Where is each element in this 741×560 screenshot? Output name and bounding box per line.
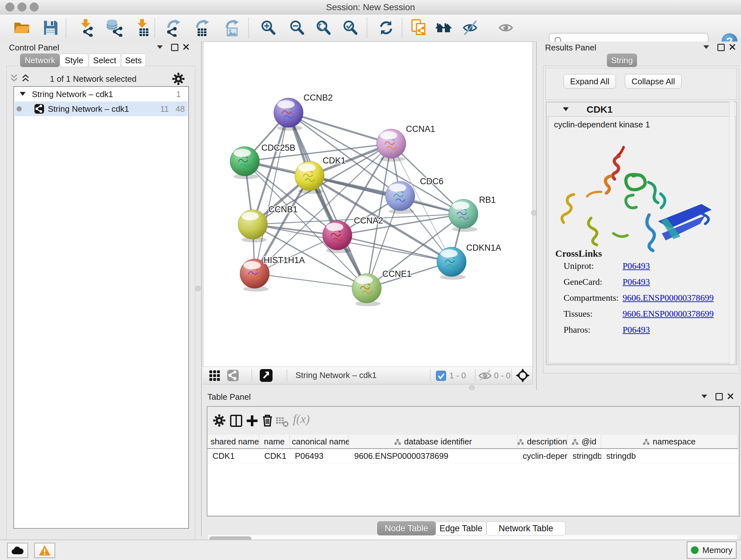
- string-share-icon[interactable]: [227, 370, 239, 381]
- table-cell[interactable]: cyclin-dependent ...: [518, 449, 567, 463]
- export-table-icon[interactable]: [194, 19, 212, 37]
- table-cell[interactable]: stringdb: [601, 449, 738, 463]
- tab-style[interactable]: Style: [60, 54, 88, 67]
- column-header-label: shared name: [211, 437, 259, 447]
- network-edge[interactable]: [255, 113, 288, 273]
- column-header-database-identifier[interactable]: database identifier: [349, 435, 518, 448]
- cloud-status-button[interactable]: [7, 543, 28, 558]
- network-edge[interactable]: [288, 113, 391, 144]
- panel-close-icon[interactable]: [183, 44, 190, 51]
- selected-checkbox-icon[interactable]: [436, 371, 446, 381]
- tab-network-table[interactable]: Network Table: [486, 521, 565, 536]
- import-network-from-database-icon[interactable]: [105, 19, 123, 37]
- horizontal-splitter-handle[interactable]: [469, 385, 475, 390]
- column-header-namespace[interactable]: namespace: [601, 435, 738, 448]
- network-collection-row[interactable]: String Network – cdk1 1: [14, 87, 188, 101]
- left-splitter-handle[interactable]: [195, 286, 201, 291]
- tab-sets[interactable]: Sets: [121, 54, 146, 67]
- network-graph[interactable]: CCNB2CCNA1CDC25BCDK1CDC6RB1CCNB1CCNA2CDK…: [203, 42, 533, 367]
- network-status-dot-icon: [17, 106, 22, 111]
- column-header-@id[interactable]: @id: [567, 435, 601, 448]
- gene-disclosure-icon[interactable]: [563, 107, 569, 111]
- column-header-canonical-name[interactable]: canonical name: [290, 435, 349, 448]
- import-table-icon[interactable]: [134, 19, 151, 37]
- save-session-icon[interactable]: [42, 19, 59, 37]
- duplicate-network-icon[interactable]: [410, 19, 428, 37]
- hide-selected-eye-slash-icon[interactable]: [461, 19, 479, 37]
- first-neighbors-houses-icon[interactable]: [434, 19, 453, 37]
- column-header-description[interactable]: description: [518, 435, 567, 448]
- panel-float-icon[interactable]: [171, 44, 179, 51]
- warning-status-button[interactable]: [34, 543, 55, 558]
- open-session-icon[interactable]: [13, 19, 30, 37]
- network-row-selected[interactable]: String Network – cdk1 11 48: [15, 102, 188, 116]
- gene-section: CDK1 cyclin-dependent kinase 1: [546, 102, 737, 365]
- network-node-label: CDC25B: [261, 143, 295, 152]
- crosslink-link[interactable]: P06493: [623, 277, 650, 287]
- zoom-out-icon[interactable]: [288, 19, 306, 37]
- crosslink-row: Uniprot:P06493: [563, 261, 730, 271]
- panel-menu-caret-icon[interactable]: [701, 395, 707, 398]
- tab-edge-table[interactable]: Edge Table: [435, 521, 486, 536]
- expand-all-button[interactable]: Expand All: [563, 74, 616, 89]
- collection-count: 1: [176, 89, 181, 99]
- column-header-shared-name[interactable]: shared name: [207, 435, 259, 448]
- delete-column-trash-icon[interactable]: [261, 414, 274, 427]
- add-column-icon[interactable]: [246, 415, 259, 427]
- panel-close-icon[interactable]: [727, 393, 734, 400]
- collapse-all-button[interactable]: Collapse All: [625, 74, 682, 89]
- import-network-icon[interactable]: [77, 19, 95, 37]
- right-splitter-handle[interactable]: [531, 210, 536, 215]
- hidden-eye-slash-icon[interactable]: [478, 370, 492, 381]
- tab-select[interactable]: Select: [88, 54, 121, 67]
- tab-string[interactable]: String: [607, 54, 637, 67]
- table-row[interactable]: CDK1CDK1P064939606.ENSP00000378699cyclin…: [207, 449, 738, 463]
- tab-node-table[interactable]: Node Table: [377, 521, 435, 536]
- panel-float-icon[interactable]: [718, 44, 725, 51]
- table-cell[interactable]: CDK1: [207, 449, 259, 463]
- table-cell[interactable]: 9606.ENSP00000378699: [349, 449, 518, 463]
- collection-disclosure-icon[interactable]: [20, 92, 25, 96]
- zoom-fit-icon[interactable]: [314, 19, 332, 37]
- panel-float-icon[interactable]: [716, 393, 723, 400]
- memory-button[interactable]: Memory: [687, 542, 737, 559]
- fx-function-icon[interactable]: f(x): [293, 412, 310, 426]
- tab-network[interactable]: Network: [20, 54, 60, 67]
- refresh-layout-icon[interactable]: [377, 19, 395, 37]
- gear-icon[interactable]: [172, 73, 185, 85]
- zoom-selected-icon[interactable]: [341, 19, 359, 37]
- crosslink-link[interactable]: 9606.ENSP00000378699: [623, 309, 714, 319]
- panel-close-icon[interactable]: [729, 44, 736, 51]
- show-hidden-eye-icon[interactable]: [497, 19, 515, 37]
- table-panel-title: Table Panel: [207, 392, 251, 402]
- zoom-in-icon[interactable]: [259, 19, 277, 37]
- crosslink-link[interactable]: 9606.ENSP00000378699: [623, 293, 714, 303]
- fit-target-icon[interactable]: [516, 368, 530, 382]
- network-canvas[interactable]: CCNB2CCNA1CDC25BCDK1CDC6RB1CCNB1CCNA2CDK…: [203, 42, 533, 367]
- table-cell[interactable]: stringdb:9...: [567, 449, 601, 463]
- export-image-icon[interactable]: [223, 19, 241, 37]
- export-network-icon[interactable]: [165, 19, 183, 37]
- panel-menu-caret-icon[interactable]: [157, 45, 163, 49]
- crosslink-link[interactable]: P06493: [623, 325, 650, 335]
- results-scrollbar[interactable]: [729, 102, 734, 364]
- network-edge[interactable]: [255, 273, 367, 288]
- delete-table-icon[interactable]: [276, 416, 289, 427]
- table-cell[interactable]: P06493: [290, 449, 349, 463]
- network-node-label: RB1: [479, 195, 496, 205]
- panel-menu-caret-icon[interactable]: [703, 45, 709, 49]
- column-header-name[interactable]: name: [259, 435, 290, 448]
- open-in-new-icon[interactable]: [260, 369, 273, 382]
- birdseye-grid-icon[interactable]: [209, 370, 220, 381]
- table-cell[interactable]: CDK1: [259, 449, 290, 463]
- crosslink-link[interactable]: P06493: [623, 261, 650, 271]
- table-gear-icon[interactable]: [213, 415, 225, 427]
- split-columns-icon[interactable]: [230, 415, 243, 427]
- network-node-label: CCNA1: [406, 124, 435, 134]
- network-edge-count: 48: [176, 104, 185, 114]
- toolbar-separator: [66, 18, 66, 38]
- table-header-row: shared namenamecanonical namedatabase id…: [207, 435, 738, 449]
- network-node-label: CDK1: [323, 156, 346, 165]
- table-body: CDK1CDK1P064939606.ENSP00000378699cyclin…: [207, 449, 738, 463]
- tree-hierarchy-icon: [643, 439, 650, 445]
